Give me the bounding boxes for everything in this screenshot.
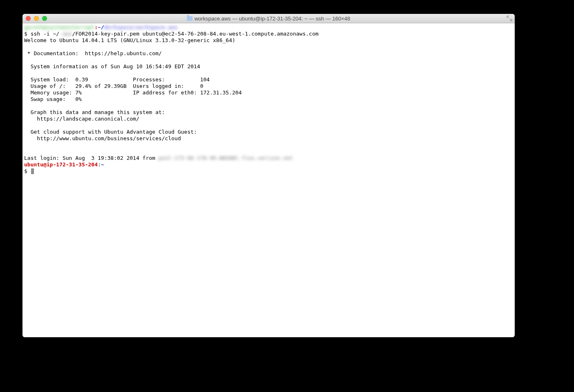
terminal-body[interactable]: gareth@systeminterrupt:~/Workspace/works… (22, 23, 515, 337)
cloud-line: Get cloud support with Ubuntu Advantage … (24, 129, 197, 135)
sysinfo-row: Memory usage: 7% IP address for eth0: 17… (24, 90, 242, 96)
sysinfo-row: System load: 0.39 Processes: 104 (24, 76, 210, 83)
cursor (31, 168, 34, 174)
local-user: gareth@systeminterrupt (24, 24, 94, 30)
sysinfo-row: Usage of /: 29.4% of 29.39GB Users logge… (24, 83, 203, 89)
remote-prompt: ubuntu@ip-172-31-35-204:~ (24, 161, 104, 168)
terminal-window: workspace.aws — ubuntu@ip-172-31-35-204:… (22, 14, 515, 337)
sysinfo-header: System information as of Sun Aug 10 16:5… (24, 63, 200, 69)
shell-prompt[interactable]: $ (24, 168, 31, 174)
folder-icon (187, 16, 193, 21)
zoom-icon[interactable] (42, 16, 47, 21)
landscape-line: Graph this data and manage this system a… (24, 109, 165, 115)
window-titlebar[interactable]: workspace.aws — ubuntu@ip-172-31-35-204:… (22, 14, 515, 23)
local-path: Workspace/workspace.aws (104, 24, 178, 30)
close-icon[interactable] (26, 16, 31, 21)
ssh-command-line: $ ssh -i ~/.aws/FOR2014-key-pair.pem ubu… (24, 31, 318, 37)
window-controls (22, 16, 47, 21)
minimize-icon[interactable] (34, 16, 39, 21)
landscape-url: https://landscape.canonical.com/ (24, 116, 139, 122)
window-title: workspace.aws — ubuntu@ip-172-31-35-204:… (22, 16, 515, 22)
fullscreen-icon[interactable] (507, 16, 512, 21)
sysinfo-row: Swap usage: 0% (24, 96, 82, 102)
motd-welcome: Welcome to Ubuntu 14.04.1 LTS (GNU/Linux… (24, 37, 235, 43)
window-title-text: workspace.aws — ubuntu@ip-172-31-35-204:… (194, 16, 350, 22)
cloud-url: http://www.ubuntu.com/business/services/… (24, 135, 181, 141)
local-prompt: gareth@systeminterrupt:~/Workspace/works… (24, 24, 178, 30)
motd-doc: * Documentation: https://help.ubuntu.com… (24, 50, 162, 56)
last-login: Last login: Sun Aug 3 19:38:02 2014 from… (24, 155, 293, 161)
